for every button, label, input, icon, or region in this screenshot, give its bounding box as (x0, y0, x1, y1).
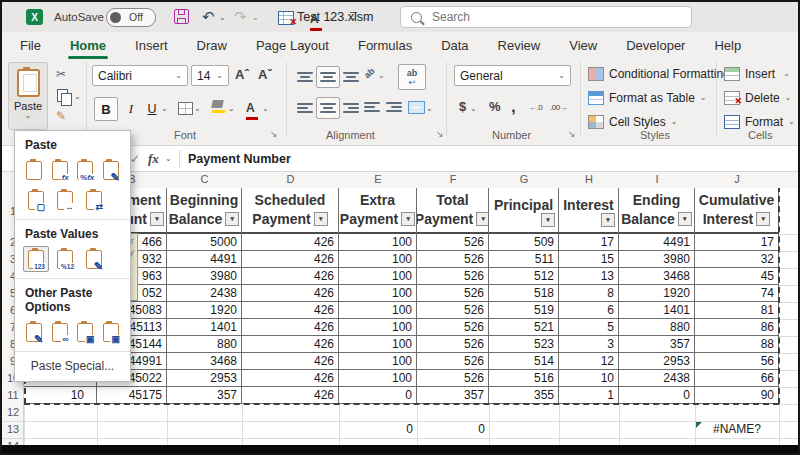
cell[interactable]: 66 (695, 370, 779, 387)
currency-format-icon[interactable]: $ (459, 99, 466, 114)
cell[interactable]: 521 (489, 319, 559, 336)
number-dialog-launcher-icon[interactable]: ↘ (568, 129, 576, 139)
font-name-combo[interactable]: Calibri⌄ (92, 65, 188, 86)
tab-formulas[interactable]: Formulas (356, 33, 414, 58)
row-header-14[interactable]: 14 (2, 438, 24, 445)
align-right-button[interactable] (339, 97, 363, 119)
tab-home[interactable]: Home (68, 33, 108, 58)
row-header-12[interactable]: 12 (2, 404, 24, 421)
copy-icon[interactable] (57, 89, 68, 102)
cell[interactable]: 426 (242, 319, 339, 336)
cell[interactable]: 45175 (97, 387, 167, 404)
align-center-button[interactable] (316, 97, 340, 119)
align-bottom-button[interactable] (339, 66, 363, 88)
table-header-cell[interactable]: TotalPayment▾ (417, 188, 489, 234)
cell[interactable]: 17 (695, 234, 779, 251)
cell[interactable]: 526 (417, 319, 489, 336)
merge-center-chevron-icon[interactable]: ⌄ (426, 105, 433, 113)
paste-button[interactable]: Paste ⌄ (8, 62, 48, 130)
document-title[interactable]: Test 123.xlsm (297, 10, 373, 24)
cell[interactable]: 100 (339, 285, 417, 302)
orientation-icon[interactable]: ab (362, 66, 376, 80)
cell[interactable]: 519 (489, 302, 559, 319)
cell[interactable]: 100 (339, 336, 417, 353)
currency-chevron-icon[interactable]: ⌄ (470, 105, 477, 113)
cell[interactable]: 426 (242, 336, 339, 353)
paste-values-icon[interactable]: 123 (23, 246, 49, 272)
font-color-ribbon-chevron-icon[interactable]: ⌄ (262, 105, 269, 113)
filter-dropdown-icon[interactable]: ▾ (756, 212, 770, 226)
table-header-cell[interactable]: ScheduledPayment▾ (242, 188, 339, 234)
cell[interactable]: 2438 (167, 285, 242, 302)
table-header-cell[interactable]: EndingBalance▾ (619, 188, 695, 234)
filter-dropdown-icon[interactable]: ▾ (476, 212, 488, 226)
paste-link-icon[interactable]: ∞ (49, 319, 72, 345)
filter-dropdown-icon[interactable]: ▾ (314, 212, 328, 226)
cell[interactable]: 355 (489, 387, 559, 404)
italic-button[interactable]: I (121, 97, 141, 121)
undo-chevron-icon[interactable]: ⌄ (219, 14, 226, 22)
save-icon[interactable] (174, 9, 189, 24)
cell[interactable]: 526 (417, 302, 489, 319)
cell[interactable]: 426 (242, 285, 339, 302)
cell[interactable]: 3 (559, 336, 619, 353)
paste-keep-source-formatting-icon[interactable]: ✎ (100, 157, 123, 183)
cell[interactable]: 426 (242, 302, 339, 319)
conditional-formatting-button[interactable]: Conditional Formatting ⌄ (588, 63, 741, 85)
tab-page-layout[interactable]: Page Layout (254, 33, 331, 58)
decrease-decimal-icon[interactable]: .00→ (550, 103, 567, 112)
cell[interactable]: 3980 (619, 251, 695, 268)
column-header-j[interactable]: J (695, 173, 779, 187)
cell[interactable]: 357 (417, 387, 489, 404)
filter-dropdown-icon[interactable]: ▾ (541, 213, 555, 227)
font-size-combo[interactable]: 14⌄ (191, 65, 229, 86)
cell[interactable]: 426 (242, 353, 339, 370)
cell[interactable]: 4491 (167, 251, 242, 268)
underline-chevron-icon[interactable]: ⌄ (161, 105, 168, 113)
percent-format-icon[interactable]: % (489, 99, 501, 114)
cell[interactable]: 8 (559, 285, 619, 302)
cell[interactable]: 15 (559, 251, 619, 268)
wrap-text-button[interactable]: ab↩ (398, 64, 426, 90)
paste-picture-icon[interactable]: ▣ (74, 319, 97, 345)
cell[interactable]: 74 (695, 285, 779, 302)
cell[interactable]: 12 (559, 353, 619, 370)
cell[interactable]: 5 (559, 319, 619, 336)
cell[interactable]: 426 (242, 370, 339, 387)
cell[interactable]: 100 (339, 319, 417, 336)
cell[interactable]: 13 (559, 268, 619, 285)
cell[interactable]: 523 (489, 336, 559, 353)
cell[interactable]: 10 (559, 370, 619, 387)
cell-e13[interactable]: 0 (339, 421, 413, 438)
cell[interactable]: 81 (695, 302, 779, 319)
insert-function-icon[interactable]: fx (148, 151, 159, 167)
paste-no-borders-icon[interactable]: ▢ (23, 187, 49, 213)
cell[interactable]: 2438 (619, 370, 695, 387)
filter-dropdown-icon[interactable]: ▾ (225, 212, 239, 226)
tab-insert[interactable]: Insert (133, 33, 170, 58)
column-header-h[interactable]: H (559, 173, 619, 187)
cell[interactable]: 526 (417, 285, 489, 302)
cell[interactable]: 426 (242, 251, 339, 268)
formula-bar-chevron-icon[interactable]: ⌄ (165, 155, 172, 163)
cell[interactable]: 509 (489, 234, 559, 251)
filter-dropdown-icon[interactable]: ▾ (150, 212, 164, 226)
cell[interactable]: 4491 (619, 234, 695, 251)
cell[interactable]: 100 (339, 370, 417, 387)
cell-f13[interactable]: 0 (417, 421, 485, 438)
decrease-font-size-icon[interactable]: Aˇ (258, 67, 272, 82)
cell[interactable]: 0 (619, 387, 695, 404)
tab-data[interactable]: Data (439, 33, 470, 58)
cell[interactable]: 100 (339, 268, 417, 285)
tab-view[interactable]: View (567, 33, 599, 58)
search-input[interactable] (430, 9, 654, 25)
tab-draw[interactable]: Draw (195, 33, 229, 58)
cell[interactable]: 5000 (167, 234, 242, 251)
cell[interactable]: 880 (167, 336, 242, 353)
filename-chevron-icon[interactable]: ⌄ (364, 14, 371, 22)
tab-help[interactable]: Help (712, 33, 743, 58)
cell[interactable]: 100 (339, 234, 417, 251)
cell[interactable]: 426 (242, 234, 339, 251)
cell[interactable]: 90 (695, 387, 779, 404)
cell[interactable]: 512 (489, 268, 559, 285)
